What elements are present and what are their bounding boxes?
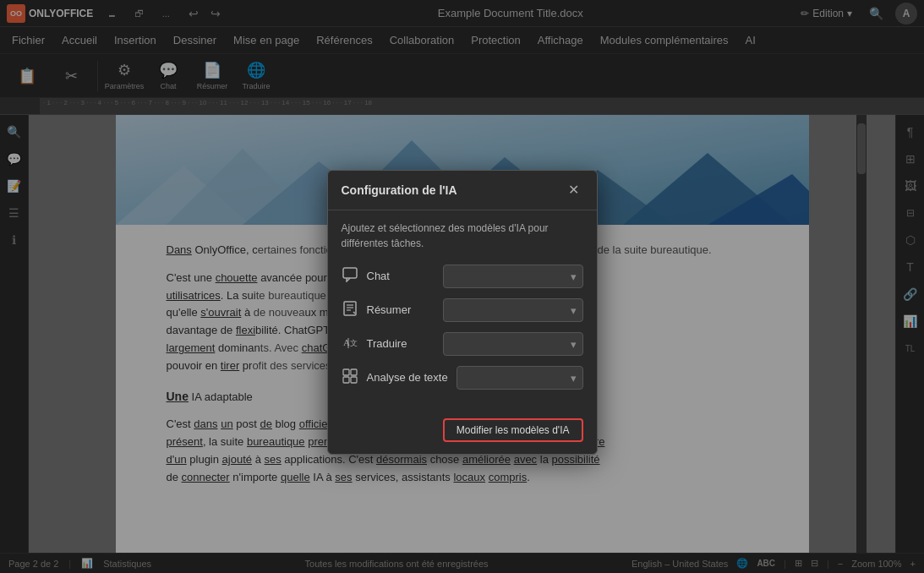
traduire-row-icon: A 文 bbox=[342, 335, 358, 353]
modal-row-traduire: A 文 Traduire bbox=[342, 332, 583, 356]
traduire-row-label: Traduire bbox=[367, 337, 435, 350]
svg-rect-19 bbox=[343, 377, 349, 383]
traduire-select-wrapper bbox=[443, 332, 583, 356]
ai-config-modal: Configuration de l'IA ✕ Ajoutez et sélec… bbox=[327, 170, 598, 455]
modal-overlay: Configuration de l'IA ✕ Ajoutez et sélec… bbox=[0, 0, 924, 573]
resumer-select-wrapper bbox=[443, 298, 583, 322]
svg-rect-20 bbox=[351, 377, 357, 383]
analyse-svg-icon bbox=[342, 368, 358, 384]
modal-title: Configuration de l'IA bbox=[342, 183, 457, 197]
traduire-svg-icon: A 文 bbox=[342, 335, 358, 350]
resumer-row-label: Résumer bbox=[367, 303, 435, 316]
svg-text:文: 文 bbox=[350, 339, 358, 347]
resumer-svg-icon bbox=[342, 301, 358, 316]
svg-rect-18 bbox=[351, 369, 357, 375]
chat-svg-icon bbox=[342, 267, 358, 282]
resumer-row-icon bbox=[342, 301, 358, 319]
modal-row-resumer: Résumer bbox=[342, 298, 583, 322]
svg-rect-9 bbox=[343, 268, 357, 278]
analyse-row-icon bbox=[342, 368, 358, 387]
resumer-select[interactable] bbox=[443, 298, 583, 322]
svg-text:A: A bbox=[343, 337, 350, 347]
analyse-select-wrapper bbox=[457, 366, 583, 390]
traduire-select[interactable] bbox=[443, 332, 583, 356]
modal-description: Ajoutez et sélectionnez des modèles d'IA… bbox=[342, 221, 583, 251]
modal-row-chat: Chat bbox=[342, 265, 583, 288]
svg-rect-17 bbox=[343, 369, 349, 375]
modal-row-analyse: Analyse de texte bbox=[342, 366, 583, 390]
analyse-select[interactable] bbox=[457, 366, 583, 390]
chat-select-wrapper bbox=[443, 265, 583, 288]
chat-select[interactable] bbox=[443, 265, 583, 288]
analyse-row-label: Analyse de texte bbox=[367, 371, 448, 384]
modify-models-button[interactable]: Modifier les modèles d'IA bbox=[443, 418, 583, 442]
chat-row-label: Chat bbox=[367, 270, 435, 282]
modal-body: Ajoutez et sélectionnez des modèles d'IA… bbox=[328, 210, 597, 410]
modal-footer: Modifier les modèles d'IA bbox=[328, 410, 597, 454]
modal-header: Configuration de l'IA ✕ bbox=[328, 171, 597, 210]
chat-row-icon bbox=[342, 267, 358, 286]
modal-close-button[interactable]: ✕ bbox=[565, 181, 583, 199]
